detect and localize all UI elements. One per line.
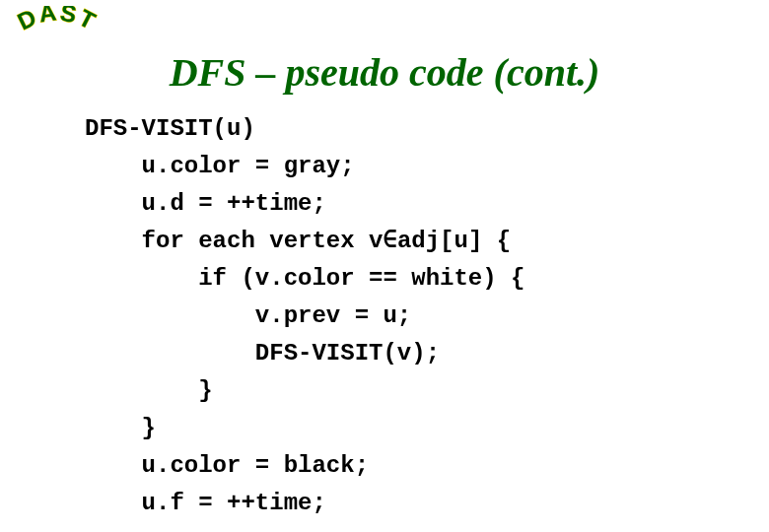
dast-logo: DAST	[8, 6, 106, 49]
slide: DAST DFS – pseudo code (cont.) DFS-VISIT…	[0, 0, 769, 532]
svg-text:DAST: DAST	[14, 6, 102, 35]
logo-text: DAST	[14, 6, 102, 35]
slide-title: DFS – pseudo code (cont.)	[0, 49, 769, 96]
pseudocode-block: DFS-VISIT(u) u.color = gray; u.d = ++tim…	[85, 110, 716, 522]
